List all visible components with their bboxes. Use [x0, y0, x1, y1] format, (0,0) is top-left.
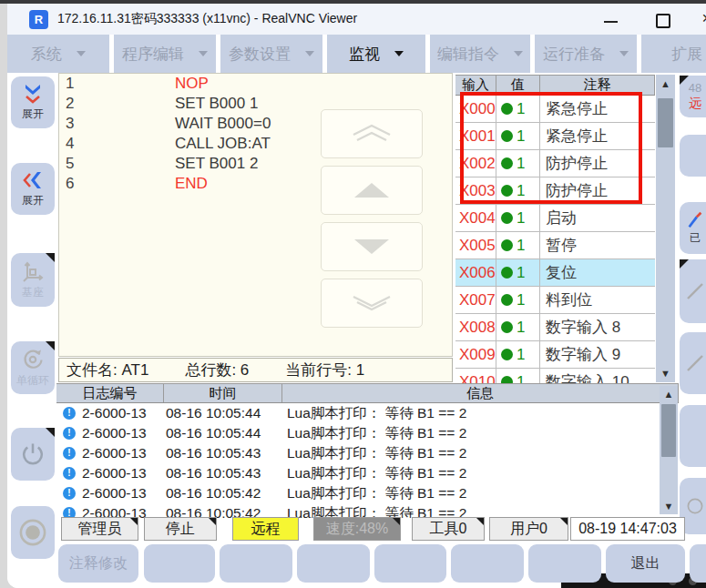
right-button-5[interactable] — [680, 332, 706, 394]
io-monitor-table: 输入 值 注释 X000 1 紧急停止 X001 1 紧急停止 X002 1 防… — [455, 75, 655, 383]
log-row[interactable]: ! 2-6000-13 08-16 10:05:42 Lua脚本打印： 等待 B… — [56, 503, 679, 518]
tab-monitor[interactable]: 监视 — [327, 35, 425, 73]
expand-down-button[interactable]: 展开 — [11, 76, 55, 128]
scroll-up-icon[interactable]: ▲ — [656, 76, 675, 91]
chevron-down-icon — [305, 51, 314, 56]
page-down-button[interactable] — [321, 279, 423, 328]
tool-badge[interactable]: 工具0 — [412, 517, 485, 541]
tab-edit-command[interactable]: 编辑指令 — [430, 35, 530, 73]
info-icon: ! — [63, 407, 76, 420]
io-on-indicator — [501, 157, 513, 169]
tab-extend[interactable]: 扩展 — [641, 35, 706, 73]
io-row-x010[interactable]: X010 1 数字输入 10 — [455, 369, 655, 383]
base-frame-button[interactable]: 基座 — [11, 253, 55, 307]
double-chevron-up-icon — [346, 122, 397, 146]
diagonal-line-icon — [685, 281, 705, 301]
window-title: 172.16.11.31密码333333 (x11vnc) - RealVNC … — [57, 11, 357, 27]
user-level-badge[interactable]: 管理员 — [61, 517, 138, 541]
io-row-x009[interactable]: X009 1 数字输入 9 — [455, 341, 655, 369]
record-button[interactable] — [11, 506, 55, 559]
scroll-up-icon[interactable]: ▲ — [660, 387, 678, 401]
tab-run-prepare[interactable]: 运行准备 — [535, 35, 637, 73]
log-row[interactable]: ! 2-6000-13 08-16 10:05:44 Lua脚本打印： 等待 B… — [56, 403, 679, 423]
function-button-6[interactable] — [451, 544, 524, 583]
code-line[interactable]: 1 NOP — [59, 74, 452, 94]
info-icon: ! — [63, 427, 76, 440]
corner-marker-icon — [46, 253, 55, 262]
function-button-3[interactable] — [220, 544, 292, 583]
log-scrollbar[interactable]: ▲ ▼ — [660, 386, 678, 514]
diagonal-line-icon — [685, 353, 705, 373]
log-scrollbar-thumb[interactable] — [661, 404, 676, 457]
run-state-badge[interactable]: 停止 — [144, 517, 217, 541]
io-row-x005[interactable]: X005 1 暂停 — [455, 232, 655, 259]
function-button-partial[interactable] — [690, 544, 706, 583]
io-on-indicator — [501, 376, 513, 383]
program-status-bar: 文件名: AT1 总行数: 6 当前行号: 1 — [58, 358, 453, 382]
tab-system[interactable]: 系统 — [7, 35, 109, 73]
user-frame-badge[interactable]: 用户0 — [489, 517, 568, 541]
io-on-indicator — [501, 349, 513, 360]
function-button-4[interactable] — [297, 544, 370, 583]
scroll-down-icon[interactable]: ▼ — [660, 499, 678, 513]
line-down-button[interactable] — [321, 222, 423, 271]
close-button[interactable]: ✕ — [701, 11, 706, 25]
right-button-6[interactable] — [680, 405, 706, 467]
io-row-x002[interactable]: X002 1 防护停止 — [455, 150, 655, 177]
io-scrollbar-thumb[interactable] — [658, 98, 673, 147]
maximize-button[interactable] — [656, 14, 670, 28]
corner-marker-icon — [46, 341, 55, 350]
io-row-x003[interactable]: X003 1 防护停止 — [455, 177, 655, 205]
current-line: 当前行号: 1 — [285, 360, 364, 380]
io-row-x007[interactable]: X007 1 料到位 — [455, 287, 655, 314]
expand-left-icon — [21, 169, 45, 191]
single-cycle-icon — [21, 348, 45, 371]
right-speed-button[interactable]: 48 远 — [680, 76, 706, 117]
page-up-button[interactable] — [321, 109, 423, 158]
log-row[interactable]: ! 2-6000-13 08-16 10:05:43 Lua脚本打印： 等待 B… — [56, 443, 679, 463]
io-scrollbar[interactable]: ▲ ▼ — [656, 75, 675, 382]
function-button-5[interactable] — [374, 544, 446, 583]
right-button-4[interactable] — [680, 259, 706, 323]
function-button-7[interactable] — [528, 544, 601, 583]
info-icon: ! — [63, 447, 76, 460]
function-button-2[interactable] — [144, 544, 215, 583]
right-button-2[interactable] — [680, 135, 706, 177]
corner-marker-icon — [209, 518, 216, 525]
exit-button[interactable]: 退出 — [606, 544, 685, 583]
log-row[interactable]: ! 2-6000-13 08-16 10:05:44 Lua脚本打印： 等待 B… — [56, 423, 679, 443]
chevron-down-icon — [394, 51, 404, 56]
double-chevron-down-icon — [346, 291, 397, 315]
single-cycle-button[interactable]: 单循环 — [11, 341, 55, 394]
io-on-indicator — [501, 130, 513, 142]
expand-left-button[interactable]: 展开 — [11, 163, 55, 215]
speed-badge[interactable]: 速度:48% — [313, 517, 401, 541]
scroll-down-icon[interactable]: ▼ — [656, 366, 675, 380]
datetime-display: 08-19 14:47:03 — [570, 517, 685, 541]
file-name: 文件名: AT1 — [67, 360, 148, 380]
corner-marker-icon — [393, 518, 400, 525]
io-row-x001[interactable]: X001 1 紧急停止 — [455, 123, 655, 150]
chevron-down-icon — [514, 51, 523, 56]
io-row-x008[interactable]: X008 1 数字输入 8 — [455, 314, 655, 341]
title-bar[interactable]: R 172.16.11.31密码333333 (x11vnc) - RealVN… — [7, 4, 706, 35]
log-row[interactable]: ! 2-6000-13 08-16 10:05:43 Lua脚本打印： 等待 B… — [56, 463, 679, 483]
corner-marker-icon — [680, 76, 689, 85]
circle-icon — [685, 496, 705, 516]
io-on-indicator — [501, 321, 513, 333]
comment-edit-button[interactable]: 注释修改 — [58, 544, 138, 583]
power-button[interactable] — [11, 428, 55, 481]
right-calibration-button[interactable]: 已 — [680, 202, 706, 254]
left-toolbar: 展开 展开 基座 — [7, 73, 58, 588]
io-row-x006-selected[interactable]: X006 1 复位 — [455, 259, 655, 287]
minimize-button[interactable] — [604, 21, 618, 23]
tab-program-edit[interactable]: 程序编辑 — [114, 35, 216, 73]
tab-parameter-settings[interactable]: 参数设置 — [220, 35, 322, 73]
vnc-window: R 172.16.11.31密码333333 (x11vnc) - RealVN… — [7, 4, 706, 588]
log-row[interactable]: ! 2-6000-13 08-16 10:05:42 Lua脚本打印： 等待 B… — [56, 483, 679, 503]
total-lines: 总行数: 6 — [185, 360, 249, 380]
line-up-button[interactable] — [321, 166, 423, 215]
io-row-x000[interactable]: X000 1 紧急停止 — [455, 96, 655, 123]
io-row-x004[interactable]: X004 1 启动 — [455, 205, 655, 232]
mode-badge[interactable]: 远程 — [232, 517, 299, 541]
